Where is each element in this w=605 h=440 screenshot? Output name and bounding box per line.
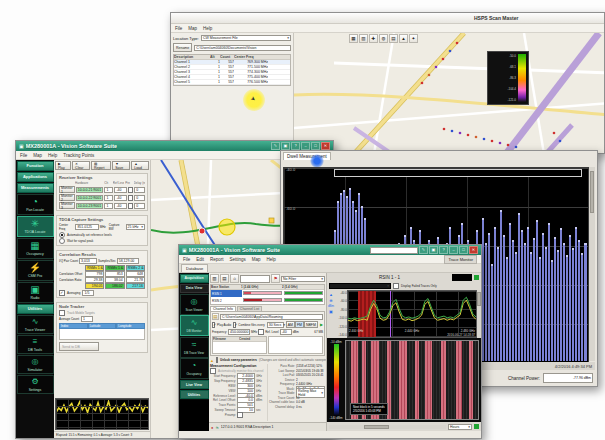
ref-level-input[interactable]: -40	[280, 329, 292, 335]
zoom-in-icon[interactable]: ✚	[369, 34, 378, 43]
menu-item[interactable]: File	[183, 257, 190, 262]
sidebar-item-tdoa-locate[interactable]: ✳TDOA Locate	[17, 216, 54, 237]
unit-toggle[interactable]: dBm	[328, 304, 334, 308]
ref-level-value[interactable]: -40	[114, 203, 126, 209]
sidebar-item-trace-viewer[interactable]: ∿Trace Viewer	[17, 315, 54, 334]
title-bar[interactable]: HSPS Scan Master	[171, 13, 604, 24]
folder-icon[interactable]: ▤	[212, 313, 219, 320]
demod-nbfm-button[interactable]: NBFM	[304, 321, 318, 328]
audio-play-button[interactable]: ▶	[320, 322, 323, 327]
expand-icon[interactable]	[474, 275, 479, 280]
ref-level-checkbox[interactable]	[258, 329, 264, 335]
ref-level-value[interactable]: -40	[114, 187, 126, 193]
monitor-address[interactable]: 10.0.0.21:9001	[76, 187, 104, 193]
pan-up-icon[interactable]: ▲	[329, 292, 333, 297]
measurement-file-path[interactable]: C:\Users\am004060\Documents\Vision	[194, 45, 291, 51]
trace-select-dropdown[interactable]	[329, 283, 391, 289]
avg-count-input[interactable]: 1	[81, 316, 93, 322]
menu-item[interactable]: Settings	[230, 257, 246, 262]
snapshot-icon[interactable]: ▣	[429, 246, 438, 254]
nav-button[interactable]: Applications	[17, 172, 54, 182]
base-station-row[interactable]: RSIN 1	[211, 290, 324, 297]
menu-item[interactable]: Report	[210, 257, 224, 262]
track-targets-checkbox[interactable]	[59, 310, 65, 316]
auto-monitor-checkbox[interactable]	[210, 368, 216, 374]
edit-icon[interactable]: ✎	[271, 142, 280, 150]
monitor-icon[interactable]: ▥	[210, 274, 219, 283]
utilities-button[interactable]: Utilities	[180, 390, 209, 399]
preamp-checkbox[interactable]	[128, 195, 133, 201]
chart-icon[interactable]: ▤	[389, 34, 398, 43]
acquisition-button[interactable]: Acquisition	[180, 274, 209, 283]
waterfall-plot[interactable]: Next block in 5 seconds 2/5/2016 1:45:03…	[345, 340, 479, 420]
toolbar-button[interactable]: ▼ Save	[112, 161, 130, 170]
sidebar-item-db-trace-view[interactable]: ≈DB Trace View	[180, 337, 209, 358]
combine-checkbox[interactable]	[233, 322, 236, 328]
averaging-checkbox[interactable]	[59, 290, 65, 296]
monitor-address[interactable]: 10.0.0.22:9001	[76, 195, 104, 201]
file-preview-pane[interactable]	[268, 336, 323, 354]
channel-table[interactable]: DescriptionAltCountCenter Freq Channel 1…	[173, 54, 291, 86]
demod-am-button[interactable]: AM	[286, 321, 295, 328]
rsin-spectrum-plot[interactable]: 2.400 GHz2.440 GHz2.480 GHz 2016-06-27 1…	[347, 290, 477, 338]
nav-button[interactable]: Function	[17, 161, 54, 171]
table-row[interactable]: Channel 51557776.500 MHz	[174, 80, 290, 85]
sidebar-item-scan-viewer[interactable]: ◎Scan Viewer	[180, 294, 209, 315]
menu-item[interactable]: File	[175, 26, 182, 31]
zoom-tool-icon[interactable]: ⊕	[329, 298, 332, 303]
maximize-icon[interactable]: □	[311, 142, 320, 150]
channel-value[interactable]: 1	[104, 203, 113, 209]
channel-value[interactable]: 1	[104, 187, 113, 193]
preamp-checkbox[interactable]	[128, 187, 133, 193]
nav-button[interactable]: Measurements	[17, 183, 54, 193]
menu-item[interactable]: Help	[267, 257, 276, 262]
delay-value[interactable]: 0	[134, 195, 145, 201]
monitor-button[interactable]: Monitor 2	[59, 194, 75, 201]
close-icon[interactable]: ✕	[469, 246, 478, 254]
help-icon[interactable]: ?	[439, 246, 448, 254]
search-input[interactable]	[240, 275, 270, 283]
rename-button[interactable]: Rename	[173, 43, 192, 52]
utilities-header[interactable]: Utilities	[17, 304, 54, 314]
snapshot-tool-icon[interactable]: ▣	[329, 309, 333, 314]
maximize-icon[interactable]: □	[459, 246, 468, 254]
combine-dropdown[interactable]: 30 Secs	[267, 322, 284, 328]
toolbar-button[interactable]: ▲ Load	[131, 161, 149, 170]
menu-item[interactable]: Help	[203, 26, 212, 31]
title-bar[interactable]: ▣ MX280001A - Vision Software Suite ✎ ▣ …	[179, 245, 481, 255]
minimize-icon[interactable]: –	[449, 246, 458, 254]
ref-level-value[interactable]: -40	[114, 195, 126, 201]
refresh-icon[interactable]	[474, 424, 479, 429]
monitor-address[interactable]: 10.0.0.23:9001	[76, 203, 104, 209]
home-icon[interactable]: ⌂	[230, 274, 239, 283]
menu-item[interactable]: Map	[188, 26, 197, 31]
delay-value[interactable]: 0	[134, 203, 145, 209]
layers2-icon[interactable]: ▥	[359, 34, 368, 43]
send-to-db-button[interactable]: Send to DB	[59, 342, 99, 351]
sidebar-item-settings[interactable]: ⚙Settings	[17, 375, 54, 394]
sidebar-item-occupancy[interactable]: ◔Occupancy	[180, 358, 209, 379]
channel-value[interactable]: 1	[104, 195, 113, 201]
hours-dropdown[interactable]: Hours	[448, 424, 472, 430]
sidebar-item-simulator[interactable]: ◎Simulator	[17, 355, 54, 374]
location-type-dropdown[interactable]: CW Measurement File	[201, 35, 291, 41]
flag-icon[interactable]: ⚑	[271, 274, 280, 283]
snapshot-icon[interactable]: ▣	[281, 142, 290, 150]
center-freq-input[interactable]: 851.0125	[75, 224, 98, 230]
menu-item[interactable]: Help	[48, 153, 57, 158]
sidebar-item-csm-pro[interactable]: ⚡CSM Pro	[17, 260, 54, 281]
menu-item[interactable]: File	[20, 153, 27, 158]
edit-icon[interactable]: ✎	[419, 246, 428, 254]
preamp-checkbox[interactable]	[128, 203, 133, 209]
sidebar-item-radio[interactable]: ▣Radio	[17, 282, 54, 303]
menu-item[interactable]: Tracking Points	[63, 153, 94, 158]
title-search-input[interactable]	[370, 247, 418, 254]
monitor-button[interactable]: Monitor 3	[59, 202, 75, 209]
preamp-checkbox[interactable]	[237, 412, 243, 418]
waterfall-scrollbar[interactable]	[329, 425, 446, 429]
node-table-body[interactable]	[59, 329, 145, 340]
wait-peak-radio[interactable]	[59, 238, 65, 244]
base-station-row[interactable]: RSIN 2	[211, 297, 324, 304]
base-station-table[interactable]: Base Station1 (2.44 GHz)2 (5.4 GHz) RSIN…	[210, 284, 325, 305]
unlock-sweep-checkbox[interactable]	[216, 357, 218, 363]
